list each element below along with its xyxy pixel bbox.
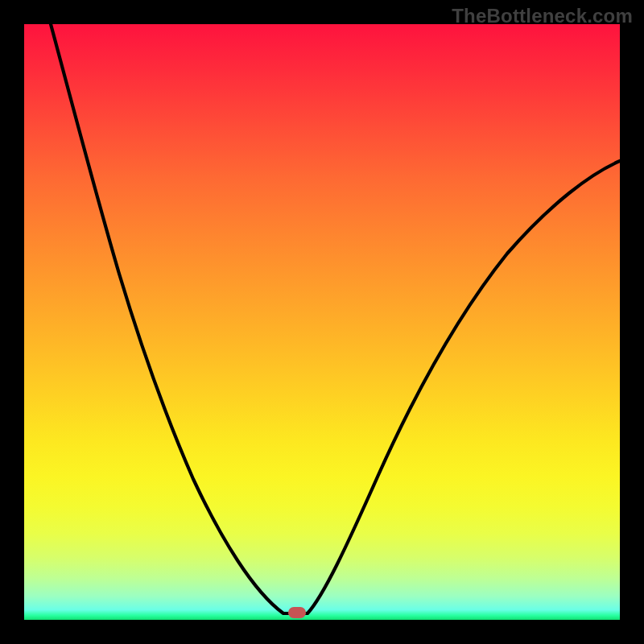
curve-path <box>51 24 620 613</box>
bottleneck-curve <box>24 24 620 620</box>
plot-area <box>24 24 620 620</box>
optimal-point-marker <box>288 607 306 618</box>
chart-frame: TheBottleneck.com <box>0 0 644 644</box>
watermark-text: TheBottleneck.com <box>452 5 633 27</box>
